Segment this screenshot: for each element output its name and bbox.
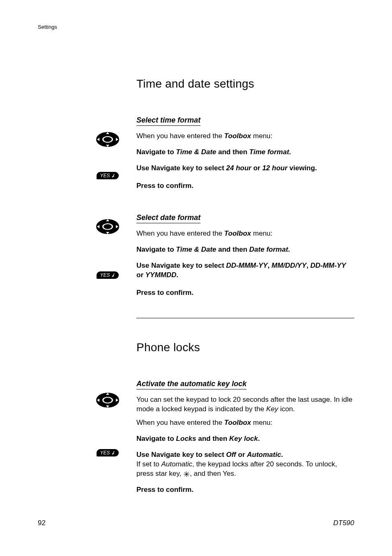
star-key-icon: ✳ (183, 470, 190, 479)
model-number: DT590 (333, 519, 354, 527)
section-title-time-date: Time and date settings (136, 77, 354, 90)
navigate-key-icon (87, 218, 128, 235)
time-intro: When you have entered the Toolbox menu: (136, 132, 354, 141)
yes-key-icon: YES (87, 271, 128, 279)
time-confirm: Press to confirm. (136, 181, 354, 191)
subheading-date-format: Select date format (136, 213, 201, 223)
svg-point-9 (104, 224, 112, 229)
yes-label: YES (100, 173, 110, 178)
navigate-key-icon (87, 131, 128, 148)
date-confirm: Press to confirm. (136, 288, 354, 298)
keylock-select-instruction: Use Navigate key to select Off or Automa… (136, 450, 354, 460)
svg-point-2 (104, 137, 112, 142)
yes-label: YES (100, 450, 110, 456)
subheading-time-format: Select time format (136, 116, 201, 126)
keylock-intro: When you have entered the Toolbox menu: (136, 418, 354, 428)
keylock-note: If set to Automatic, the keypad locks af… (136, 460, 354, 479)
yes-key-icon: YES (87, 172, 128, 179)
time-navigate-instruction: Navigate to Time & Date and then Time fo… (136, 148, 354, 157)
date-select-instruction: Use Navigate key to select DD-MMM-YY, MM… (136, 261, 354, 280)
navigate-key-icon (87, 392, 128, 409)
svg-point-16 (104, 398, 112, 403)
time-select-instruction: Use Navigate key to select 24 hour or 12… (136, 164, 354, 173)
subheading-key-lock: Activate the automatic key lock (136, 380, 247, 389)
keylock-confirm: Press to confirm. (136, 485, 354, 495)
keylock-description: You can set the keypad to lock 20 second… (136, 395, 354, 414)
page-number: 92 (38, 519, 46, 527)
date-intro: When you have entered the Toolbox menu: (136, 229, 354, 239)
keylock-navigate-instruction: Navigate to Locks and then Key lock. (136, 434, 354, 444)
yes-key-icon: YES (87, 449, 128, 456)
yes-label: YES (100, 272, 110, 278)
date-navigate-instruction: Navigate to Time & Date and then Date fo… (136, 245, 354, 255)
section-title-phone-locks: Phone locks (136, 341, 354, 354)
section-divider (136, 318, 354, 318)
header-section-label: Settings (38, 24, 57, 30)
